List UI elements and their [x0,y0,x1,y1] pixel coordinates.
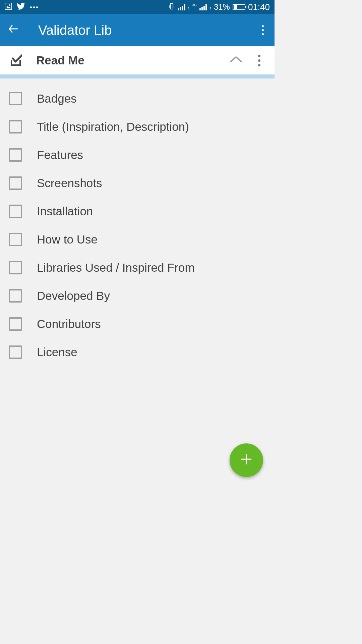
checkbox[interactable] [9,92,22,105]
list-item[interactable]: Badges [0,85,275,113]
svg-point-2 [9,4,10,6]
checkbox[interactable] [9,176,22,190]
list-item-label: Libraries Used / Inspired From [37,261,195,274]
vibrate-icon [168,3,175,11]
list-item[interactable]: License [0,338,275,366]
checkbox[interactable] [9,233,22,246]
svg-rect-0 [5,3,12,10]
list-item[interactable]: Installation [0,197,275,225]
list-item-label: Contributors [37,317,101,331]
battery-icon [233,4,245,10]
twitter-icon [17,3,25,11]
section-check-icon [9,54,22,67]
section-header: Read Me [0,46,275,74]
page-title: Validator Lib [38,23,258,38]
section-divider [0,74,275,78]
signal-icon-2 [199,4,207,10]
list-item-label: Title (Inspiration, Description) [37,120,189,133]
checkbox[interactable] [9,261,22,274]
add-button[interactable] [230,443,263,477]
battery-percentage: 31% [214,2,230,12]
status-bar: 1 3G 2 31% 01:40 [0,0,275,14]
network-type: 3G [192,3,197,7]
checkbox[interactable] [9,289,22,303]
checklist: Badges Title (Inspiration, Description) … [0,78,275,366]
section-overflow-button[interactable] [246,51,266,70]
list-item-label: Badges [37,92,77,105]
collapse-button[interactable] [226,52,246,68]
checkbox[interactable] [9,345,22,359]
list-item-label: Features [37,148,83,162]
appbar-overflow-button[interactable] [258,22,267,39]
sim2-label: 2 [209,7,211,10]
sim1-label: 1 [188,7,190,10]
list-item[interactable]: Screenshots [0,169,275,197]
list-item-label: Screenshots [37,176,102,190]
list-item[interactable]: Title (Inspiration, Description) [0,113,275,141]
more-horizontal-icon [30,6,38,8]
section-title: Read Me [36,54,226,67]
list-item[interactable]: Developed By [0,282,275,310]
list-item-label: How to Use [37,233,98,246]
list-item-label: Developed By [37,289,110,303]
back-button[interactable] [7,23,19,38]
checkbox[interactable] [9,148,22,162]
app-bar: Validator Lib [0,14,275,46]
checkbox[interactable] [9,120,22,133]
list-item[interactable]: Libraries Used / Inspired From [0,254,275,282]
svg-rect-3 [170,4,173,9]
list-item[interactable]: Contributors [0,310,275,338]
plus-icon [240,451,253,470]
checkbox[interactable] [9,317,22,331]
clock: 01:40 [248,2,270,12]
status-left [5,3,38,11]
signal-icon [178,4,185,10]
picture-icon [5,3,12,11]
list-item-label: License [37,345,77,359]
svg-marker-1 [6,6,11,8]
list-item[interactable]: Features [0,141,275,169]
list-item-label: Installation [37,205,93,218]
checkbox[interactable] [9,205,22,218]
status-right: 1 3G 2 31% 01:40 [168,2,270,12]
list-item[interactable]: How to Use [0,225,275,254]
